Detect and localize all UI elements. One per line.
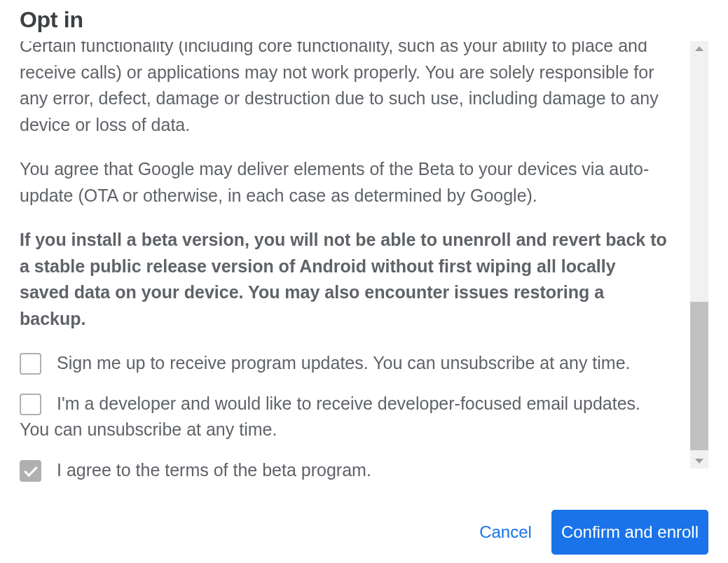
checkbox-developer[interactable] bbox=[20, 394, 41, 415]
checkbox-row-updates: Sign me up to receive program updates. Y… bbox=[20, 350, 669, 377]
checkbox-updates[interactable] bbox=[20, 353, 41, 375]
cancel-button[interactable]: Cancel bbox=[479, 515, 532, 549]
scrollbar-track[interactable] bbox=[690, 41, 708, 468]
checkbox-row-developer: I'm a developer and would like to receiv… bbox=[20, 391, 669, 443]
scrollbar-thumb[interactable] bbox=[690, 302, 708, 450]
dialog-actions: Cancel Confirm and enroll bbox=[20, 483, 708, 563]
checkbox-developer-label: I'm a developer and would like to receiv… bbox=[20, 394, 640, 440]
dialog-title: Opt in bbox=[20, 7, 708, 33]
checkbox-agree[interactable] bbox=[20, 460, 41, 482]
scroll-down-icon[interactable] bbox=[695, 459, 703, 464]
confirm-enroll-button[interactable]: Confirm and enroll bbox=[551, 510, 708, 555]
checkbox-updates-label: Sign me up to receive program updates. Y… bbox=[57, 353, 631, 373]
scroll-up-icon[interactable] bbox=[695, 46, 703, 51]
checkbox-row-agree: I agree to the terms of the beta program… bbox=[20, 457, 669, 484]
content-wrapper: Certain functionality (including core fu… bbox=[20, 41, 708, 483]
terms-paragraph-risk: Certain functionality (including core fu… bbox=[20, 41, 669, 138]
terms-content[interactable]: Certain functionality (including core fu… bbox=[20, 41, 690, 483]
terms-paragraph-warning: If you install a beta version, you will … bbox=[20, 227, 669, 332]
opt-in-dialog: Opt in Certain functionality (including … bbox=[0, 0, 728, 563]
checkbox-agree-label: I agree to the terms of the beta program… bbox=[57, 460, 371, 480]
terms-paragraph-ota: You agree that Google may deliver elemen… bbox=[20, 156, 669, 209]
